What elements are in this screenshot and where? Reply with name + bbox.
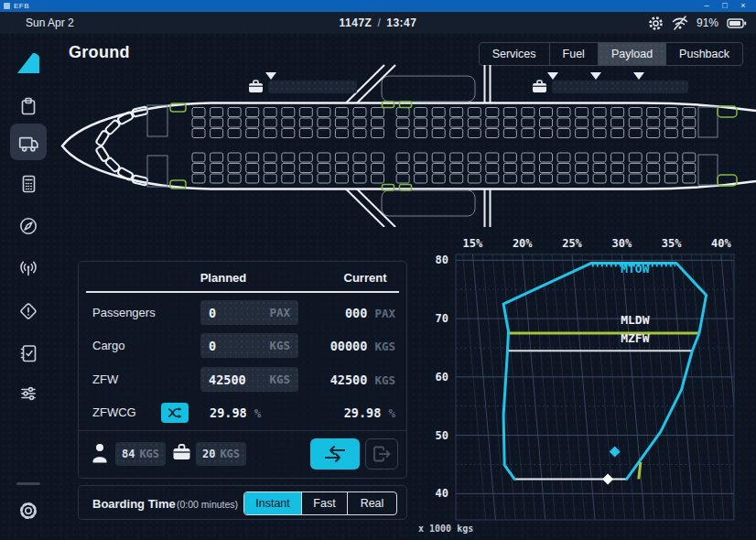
zfw-input[interactable]: 42500 KGS <box>200 367 298 392</box>
boarding-option-real[interactable]: Real <box>347 492 396 514</box>
warning-diamond-icon <box>18 301 38 321</box>
swap-arrows-icon <box>322 445 348 463</box>
sidebar-item-ground-services[interactable] <box>10 124 47 160</box>
current-unit: KGS <box>374 340 395 353</box>
time-separator: / <box>372 16 386 29</box>
sidebar <box>0 34 57 540</box>
cargo-aft2-dropdown-arrow[interactable] <box>590 72 601 80</box>
sidebar-item-options[interactable] <box>10 375 47 412</box>
svg-text:30%: 30% <box>611 237 632 250</box>
boarding-option-instant[interactable]: Instant <box>244 492 301 514</box>
battery-icon <box>727 16 747 30</box>
zfwcg-planned-value: 29.98 <box>210 405 247 420</box>
passenger-icon <box>91 442 109 464</box>
column-header-current: Current <box>324 271 406 285</box>
current-value: 000 <box>345 306 367 320</box>
payload-row-passengers: Passengers 0 PAX 000 PAX <box>79 296 406 329</box>
window-title: EFB <box>14 2 29 10</box>
zfwcg-randomize-button[interactable] <box>161 403 189 423</box>
tab-pushback[interactable]: Pushback <box>665 43 742 65</box>
sidebar-item-settings[interactable] <box>10 492 47 529</box>
status-time: 1147Z/13:47 <box>0 16 756 29</box>
current-unit: PAX <box>374 307 395 320</box>
row-label: ZFWCG <box>92 405 136 419</box>
cargo-aft3-dropdown-arrow[interactable] <box>633 72 644 80</box>
battery-percent: 91% <box>697 16 718 29</box>
svg-text:70: 70 <box>436 312 448 325</box>
input-unit: KGS <box>220 448 240 460</box>
header-rule <box>86 291 399 293</box>
export-button[interactable] <box>365 438 398 470</box>
checklist-icon <box>18 342 38 362</box>
transfer-button[interactable] <box>310 438 360 470</box>
svg-text:x 1000 kgs: x 1000 kgs <box>418 524 473 534</box>
baggage-icon <box>172 442 191 462</box>
passengers-input[interactable]: 0 PAX <box>200 300 298 325</box>
cg-envelope-chart: 15%20%25%30%35%40%8070605040x 1000 kgsMT… <box>416 233 756 537</box>
passenger-weight-input[interactable]: 84 KGS <box>115 442 166 466</box>
sliders-icon <box>18 383 38 404</box>
window-maximize-button[interactable]: □ <box>716 0 734 12</box>
sidebar-item-checklist[interactable] <box>10 334 47 371</box>
clipboard-icon <box>18 95 38 115</box>
sidebar-divider <box>16 482 40 485</box>
window-close-button[interactable]: × <box>734 0 752 12</box>
row-label: Cargo <box>92 339 124 352</box>
column-header-planned: Planned <box>182 271 265 285</box>
cargo-fwd-input[interactable] <box>268 81 357 93</box>
zfwcg-planned: 29.98 % <box>210 405 261 420</box>
gear-icon <box>18 501 38 521</box>
settings-gear-icon[interactable] <box>648 16 664 31</box>
app-icon <box>4 3 10 9</box>
unit-weights-row: 84 KGS 20 KGS <box>79 436 406 472</box>
wifi-off-icon <box>672 16 688 30</box>
tab-payload[interactable]: Payload <box>598 43 665 65</box>
boarding-time-label: Boarding Time <box>92 497 176 511</box>
window-titlebar: EFB – □ × <box>0 0 756 12</box>
sidebar-item-clipboard[interactable] <box>10 87 47 124</box>
sidebar-item-radio[interactable] <box>10 250 47 286</box>
svg-text:35%: 35% <box>662 237 682 250</box>
sidebar-item-compass[interactable] <box>10 208 47 244</box>
tabbar: Services Fuel Payload Pushback <box>479 42 743 66</box>
cargo-fwd-dropdown-arrow[interactable] <box>265 72 276 80</box>
current-value: 29.98 <box>344 405 382 420</box>
cargo-aft1-dropdown-arrow[interactable] <box>547 72 558 80</box>
payload-row-zfwcg: ZFWCG 29.98 % 29.98 % <box>79 395 406 429</box>
input-unit: PAX <box>269 306 290 319</box>
current-unit: % <box>388 406 395 420</box>
cargo-aft3-input[interactable] <box>636 81 688 93</box>
input-value: 0 <box>209 306 216 320</box>
row-label: ZFW <box>92 373 118 386</box>
window-minimize-button[interactable]: – <box>697 0 716 12</box>
export-icon <box>372 445 392 463</box>
current-value: 00000 <box>330 339 368 353</box>
truck-icon <box>17 131 39 153</box>
input-value: 20 <box>202 448 215 460</box>
sidebar-item-warnings[interactable] <box>10 293 47 329</box>
aircraft-diagram <box>57 64 756 227</box>
local-time: 13:47 <box>386 16 416 29</box>
tab-services[interactable]: Services <box>480 43 549 65</box>
input-unit: KGS <box>269 339 290 352</box>
boarding-option-fast[interactable]: Fast <box>301 492 347 514</box>
baggage-weight-input[interactable]: 20 KGS <box>196 442 246 466</box>
briefcase-icon <box>532 79 547 93</box>
shuffle-icon <box>167 406 183 419</box>
svg-text:80: 80 <box>436 254 448 266</box>
svg-text:50: 50 <box>436 429 448 442</box>
tab-fuel[interactable]: Fuel <box>549 43 598 65</box>
window-controls: – □ × <box>697 0 752 12</box>
sidebar-item-calculator[interactable] <box>10 165 47 201</box>
antenna-icon <box>18 258 38 278</box>
cg-envelope-svg: 15%20%25%30%35%40%8070605040x 1000 kgsMT… <box>416 233 756 537</box>
brand-logo <box>16 51 41 74</box>
calculator-icon <box>18 173 38 193</box>
svg-text:MLDW: MLDW <box>621 313 649 327</box>
efb-app: EFB – □ × Sun Apr 2 1147Z/13:47 91% <box>0 0 756 540</box>
input-unit: KGS <box>269 373 290 386</box>
input-value: 0 <box>209 339 216 353</box>
input-unit: KGS <box>139 448 159 460</box>
cargo-input[interactable]: 0 KGS <box>200 333 298 358</box>
svg-text:40%: 40% <box>711 237 731 250</box>
